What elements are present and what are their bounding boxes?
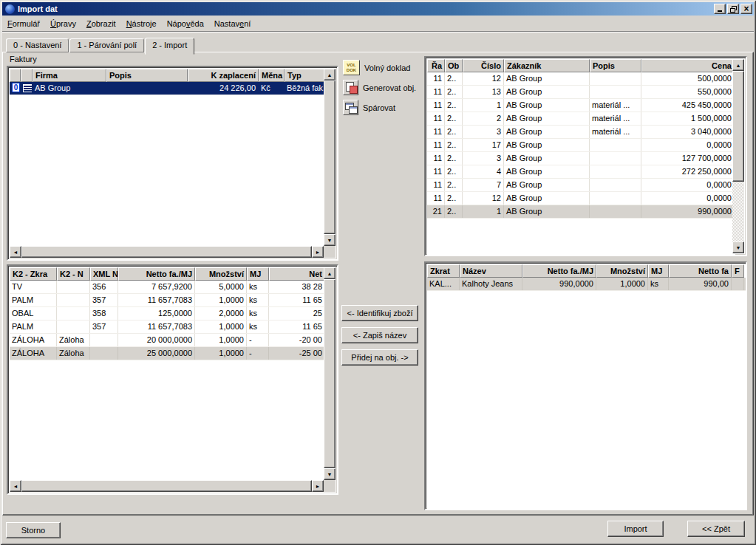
scroll-up-icon[interactable]: ▲: [324, 267, 336, 279]
table-row[interactable]: KAL...Kalhoty Jeans990,00001,0000ks990,0…: [427, 278, 747, 291]
tab-1[interactable]: 1 - Párování polí: [69, 38, 144, 52]
voldok-icon[interactable]: [343, 60, 360, 75]
minimize-button[interactable]: [714, 4, 726, 14]
invoices-table: FirmaPopisK zaplaceníMěnaTypAB Group24 2…: [10, 69, 327, 249]
menu-item-2[interactable]: Zobrazit: [81, 16, 121, 31]
table-row[interactable]: 112..12AB Group0,0000: [427, 192, 735, 205]
scroll-up-icon[interactable]: ▲: [732, 59, 744, 71]
column-header[interactable]: Zkrat: [427, 264, 460, 278]
scrollbar-thumb[interactable]: [21, 480, 312, 492]
table-row[interactable]: OBAL358125,00002,0000ks25: [10, 307, 327, 321]
column-header[interactable]: Číslo: [463, 59, 504, 72]
column-header[interactable]: Typ: [285, 69, 326, 82]
menu-item-0[interactable]: Formulář: [2, 16, 45, 31]
table-row[interactable]: TV3567 657,92005,0000ks38 28: [10, 281, 327, 294]
table-row[interactable]: 112..17AB Group0,0000: [427, 139, 735, 152]
scrollbar-thumb[interactable]: [324, 279, 336, 468]
scroll-right-icon[interactable]: ►: [312, 480, 324, 492]
scrollbar-thumb[interactable]: [21, 246, 312, 258]
column-header[interactable]: Popis: [106, 69, 188, 82]
column-header[interactable]: F: [732, 264, 744, 278]
column-header[interactable]: Název: [460, 264, 522, 278]
table-row[interactable]: 112..3AB Group127 700,0000: [427, 152, 735, 165]
column-header[interactable]: K2 - Zkra: [10, 267, 57, 281]
pair-windows-icon[interactable]: [343, 100, 358, 115]
vertical-scrollbar[interactable]: ▲ ▼: [324, 69, 336, 246]
restore-button[interactable]: [727, 4, 739, 14]
menu-item-4[interactable]: Nápověda: [162, 16, 209, 31]
column-header[interactable]: Řa: [427, 59, 445, 72]
action-button-2[interactable]: Přidej na obj. ->: [341, 349, 418, 366]
tab-0[interactable]: 0 - Nastavení: [6, 38, 69, 52]
table-row[interactable]: 112..4AB Group272 250,0000: [427, 165, 735, 179]
scroll-left-icon[interactable]: ◄: [10, 246, 21, 258]
horizontal-scrollbar[interactable]: ◄ ►: [10, 246, 324, 258]
column-header[interactable]: Množství: [195, 267, 247, 281]
action-label: Spárovat: [363, 103, 395, 112]
table-row[interactable]: 112..2AB Groupmateriál ...1 500,0000: [427, 112, 735, 126]
menu-item-5[interactable]: Nastavení: [209, 16, 256, 31]
scroll-right-icon[interactable]: ►: [312, 246, 324, 258]
scroll-down-icon[interactable]: ▼: [324, 234, 336, 246]
action-button-0[interactable]: <- Identifikuj zboží: [341, 305, 418, 321]
horizontal-scrollbar[interactable]: ◄ ►: [10, 480, 324, 492]
scroll-down-icon[interactable]: ▼: [732, 241, 744, 253]
menu-item-1[interactable]: Úpravy: [45, 16, 81, 31]
table-row[interactable]: 112..13AB Group550,0000: [427, 86, 735, 99]
generate-doc-icon[interactable]: [343, 80, 358, 95]
table-row[interactable]: PALM35711 657,70831,0000ks11 65: [10, 294, 327, 307]
titlebar-buttons: ×: [712, 4, 752, 14]
table-row[interactable]: 112..12AB Group500,0000: [427, 72, 735, 86]
scrollbar-corner: [324, 246, 336, 258]
column-header[interactable]: Měna: [259, 69, 285, 82]
column-header[interactable]: [21, 69, 33, 82]
scroll-down-icon[interactable]: ▼: [324, 468, 336, 480]
action-pair-windows[interactable]: Spárovat: [343, 100, 395, 115]
column-header[interactable]: XML N: [90, 267, 118, 281]
table-row[interactable]: PALM35711 657,70831,0000ks11 65: [10, 321, 327, 334]
action-label: Generovat obj.: [363, 83, 416, 92]
table-row[interactable]: AB Group24 226,00KčBěžná fak...: [10, 82, 327, 95]
scroll-left-icon[interactable]: ◄: [10, 480, 21, 492]
column-header[interactable]: MJ: [648, 264, 669, 278]
column-header[interactable]: MJ: [247, 267, 269, 281]
menubar: FormulářÚpravyZobrazitNástrojeNápovědaNa…: [2, 16, 754, 32]
scrollbar-thumb[interactable]: [732, 71, 744, 182]
storno-button[interactable]: Storno: [6, 522, 61, 538]
action-voldok[interactable]: Volný doklad: [343, 60, 410, 75]
invoices-group-label: Faktury: [10, 55, 37, 64]
scrollbar-thumb[interactable]: [324, 80, 336, 234]
column-header[interactable]: K zaplacení: [188, 69, 259, 82]
table-row[interactable]: ZÁLOHAZáloha20 000,00001,0000--20 00: [10, 334, 327, 347]
action-generate-doc[interactable]: Generovat obj.: [343, 80, 416, 95]
action-button-1[interactable]: <- Zapiš název: [341, 327, 418, 343]
column-header[interactable]: Netto fa./MJ: [118, 267, 195, 281]
import-button[interactable]: Import: [607, 521, 664, 537]
table-row[interactable]: ZÁLOHAZáloha25 000,00001,0000--25 00: [10, 347, 327, 360]
window-title: Import dat: [18, 4, 712, 13]
table-row[interactable]: 212..1AB Group990,0000: [427, 205, 735, 219]
close-button[interactable]: ×: [740, 4, 752, 14]
column-header[interactable]: Cena: [641, 59, 735, 72]
vertical-scrollbar[interactable]: ▲ ▼: [732, 59, 744, 253]
menu-item-3[interactable]: Nástroje: [121, 16, 162, 31]
table-row[interactable]: 112..3AB Groupmateriál ...3 040,0000: [427, 126, 735, 139]
column-header[interactable]: K2 - N: [57, 267, 90, 281]
column-header[interactable]: [10, 69, 21, 82]
scroll-up-icon[interactable]: ▲: [324, 69, 336, 80]
column-header[interactable]: Množství: [596, 264, 648, 278]
table-row[interactable]: 112..7AB Group0,0000: [427, 179, 735, 192]
table-row[interactable]: 112..1AB Groupmateriál ...425 450,0000: [427, 99, 735, 112]
column-header[interactable]: Netto fa: [669, 264, 732, 278]
tab-2[interactable]: 2 - Import: [145, 38, 194, 55]
column-header[interactable]: Firma: [33, 69, 106, 82]
back-button[interactable]: << Zpět: [687, 521, 745, 537]
column-header[interactable]: Net: [269, 267, 325, 281]
column-header[interactable]: Zákazník: [504, 59, 590, 72]
column-header[interactable]: Ob: [445, 59, 463, 72]
column-header[interactable]: Netto fa./MJ: [522, 264, 596, 278]
vertical-scrollbar[interactable]: ▲ ▼: [324, 267, 336, 480]
column-header[interactable]: Popis: [590, 59, 641, 72]
order-items-table: ZkratNázevNetto fa./MJMnožstvíMJNetto fa…: [427, 264, 747, 510]
tab-strip: 0 - Nastavení1 - Párování polí2 - Import: [6, 38, 195, 52]
